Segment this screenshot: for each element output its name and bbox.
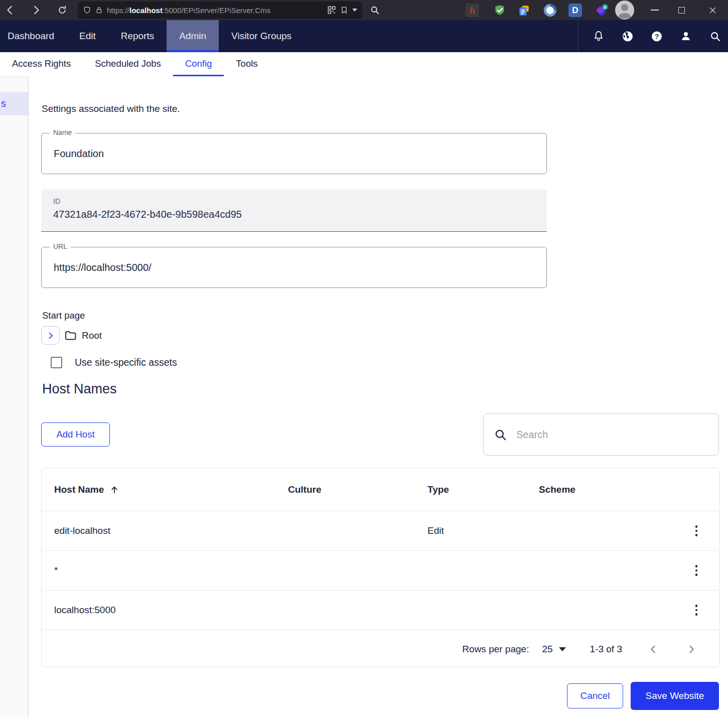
start-page-node[interactable]: Root (41, 326, 102, 345)
rows-per-page-dropdown-caret[interactable] (559, 647, 566, 651)
browser-search-icon[interactable] (369, 4, 381, 16)
cancel-button[interactable]: Cancel (567, 683, 623, 708)
site-assets-checkbox-label: Use site-specific assets (75, 357, 177, 368)
table-row: * (42, 550, 719, 590)
column-header-scheme[interactable]: Scheme (539, 484, 653, 495)
extension-swirl-icon[interactable] (543, 4, 557, 17)
nav-label: Dashboard (8, 31, 54, 42)
language-globe-icon[interactable] (622, 30, 634, 42)
nav-label: Edit (79, 31, 96, 42)
table-row: edit-localhost Edit (42, 511, 719, 550)
table-row: localhost:5000 (42, 590, 719, 630)
url-text: https://localhost:5000/EPiServer/EPiServ… (107, 6, 323, 15)
extension-docs-icon[interactable] (517, 4, 530, 17)
id-field-label: ID (53, 197, 535, 205)
host-search-field[interactable] (483, 413, 719, 456)
nav-utility-icons: ? (578, 20, 728, 52)
host-search-input[interactable] (516, 429, 708, 441)
sidebar: s (0, 76, 29, 717)
badge-count: 8 (604, 5, 607, 9)
tab-label: Access Rights (12, 58, 71, 69)
host-names-table: Host Name Culture Type Scheme edit-local… (41, 468, 720, 667)
column-header-host-name[interactable]: Host Name (42, 484, 288, 495)
folder-icon (65, 331, 77, 341)
tab-config[interactable]: Config (173, 52, 224, 76)
window-close-button[interactable] (702, 0, 722, 20)
tab-scheduled-jobs[interactable]: Scheduled Jobs (83, 52, 173, 76)
browser-forward-button[interactable] (30, 4, 42, 16)
nav-item-visitor-groups[interactable]: Visitor Groups (219, 20, 304, 52)
browser-reload-button[interactable] (56, 4, 68, 16)
bookmark-icon[interactable] (340, 6, 348, 15)
row-actions-kebab-icon[interactable] (693, 523, 700, 538)
nav-item-reports[interactable]: Reports (108, 20, 167, 52)
id-field-value: 47321a84-2f23-4672-b40e-9b598ea4cd95 (53, 209, 535, 220)
name-field[interactable]: Name (41, 133, 547, 174)
start-page-node-label: Root (82, 330, 102, 341)
row-actions-kebab-icon[interactable] (693, 563, 700, 578)
nav-item-admin[interactable]: Admin (167, 20, 219, 52)
nav-label: Admin (179, 31, 206, 42)
save-website-button[interactable]: Save Website (631, 682, 719, 710)
nav-label: Reports (121, 31, 155, 42)
primary-navigation: Dashboard Edit Reports Admin Visitor Gro… (0, 20, 728, 52)
rows-per-page-label: Rows per page: (462, 644, 529, 655)
next-page-button[interactable] (684, 642, 698, 656)
svg-text:?: ? (655, 33, 659, 40)
tab-access-rights[interactable]: Access Rights (0, 52, 83, 76)
host-name-cell: edit-localhost (42, 525, 288, 536)
user-profile-icon[interactable] (680, 30, 692, 42)
url-input[interactable] (54, 247, 530, 288)
tab-tools[interactable]: Tools (224, 52, 269, 76)
row-actions-kebab-icon[interactable] (693, 603, 700, 618)
nav-label: Visitor Groups (231, 31, 292, 42)
extension-d-icon[interactable]: D (568, 4, 582, 17)
browser-toolbar: https://localhost:5000/EPiServer/EPiServ… (0, 0, 728, 20)
type-cell: Edit (427, 525, 539, 536)
nav-item-edit[interactable]: Edit (67, 20, 108, 52)
qr-code-icon[interactable] (327, 6, 336, 15)
urlbar-dropdown-caret[interactable] (352, 9, 357, 12)
admin-search-icon[interactable] (709, 30, 721, 42)
pagination-range: 1-3 of 3 (590, 644, 622, 655)
nav-item-dashboard[interactable]: Dashboard (0, 20, 67, 52)
extension-shield-icon[interactable] (493, 4, 506, 17)
notifications-bell-icon[interactable] (593, 30, 605, 42)
help-icon[interactable]: ? (651, 30, 663, 42)
sort-ascending-icon (110, 485, 119, 494)
tab-label: Tools (236, 58, 257, 69)
host-name-cell: localhost:5000 (42, 605, 288, 616)
settings-intro-text: Settings associated with the site. (42, 103, 180, 114)
search-icon (494, 428, 507, 442)
host-names-heading: Host Names (42, 381, 117, 397)
sidebar-item-selected[interactable]: s (0, 92, 28, 115)
site-assets-checkbox[interactable] (51, 357, 62, 368)
table-pagination: Rows per page: 25 1-3 of 3 (42, 630, 719, 668)
url-bar[interactable]: https://localhost:5000/EPiServer/EPiServ… (78, 2, 362, 19)
shield-permissions-icon[interactable] (83, 6, 91, 15)
host-name-cell: * (42, 565, 288, 576)
table-header-row: Host Name Culture Type Scheme (42, 468, 719, 511)
previous-page-button[interactable] (646, 642, 660, 656)
profile-avatar[interactable] (615, 1, 634, 20)
add-host-button[interactable]: Add Host (41, 422, 110, 447)
column-header-type[interactable]: Type (427, 484, 539, 495)
tab-label: Scheduled Jobs (95, 58, 161, 69)
extension-purple-badge-icon[interactable]: 8 (595, 4, 609, 17)
rows-per-page-value[interactable]: 25 (542, 644, 552, 655)
app-window: https://localhost:5000/EPiServer/EPiServ… (0, 0, 728, 717)
extension-h-icon[interactable]: h (466, 4, 479, 17)
name-input[interactable] (54, 133, 530, 174)
column-label: Host Name (54, 484, 104, 495)
expand-chevron-button[interactable] (41, 326, 60, 345)
sidebar-item-label: s (1, 98, 6, 109)
window-minimize-button[interactable] (645, 0, 665, 20)
config-panel: Settings associated with the site. Name … (29, 76, 728, 717)
url-field[interactable]: URL (41, 247, 547, 288)
browser-back-button[interactable] (4, 4, 16, 16)
lock-icon[interactable] (95, 7, 103, 14)
column-header-culture[interactable]: Culture (288, 484, 427, 495)
start-page-label: Start page (42, 310, 85, 321)
window-maximize-button[interactable] (671, 0, 691, 20)
site-assets-row: Use site-specific assets (51, 357, 177, 368)
